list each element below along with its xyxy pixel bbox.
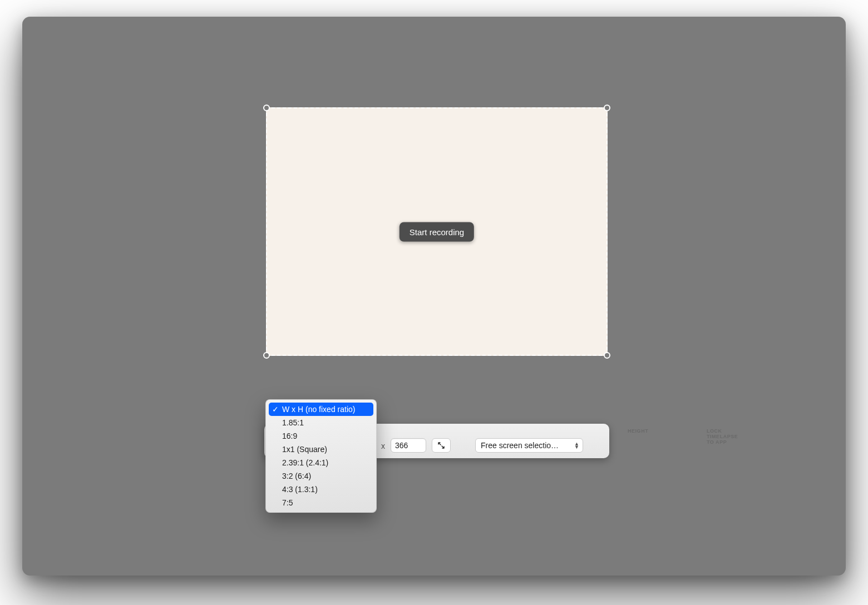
aspect-ratio-option[interactable]: 1x1 (Square) xyxy=(269,443,373,456)
resize-handle-tl[interactable] xyxy=(263,105,270,111)
dimension-separator: x xyxy=(381,442,385,453)
aspect-ratio-option[interactable]: 1.85:1 xyxy=(269,416,373,429)
lock-label: LOCK TIMELAPSE TO APP xyxy=(707,428,738,445)
aspect-ratio-option[interactable]: 16:9 xyxy=(269,429,373,443)
lock-app-select[interactable]: Free screen selectio… ▲▼ xyxy=(475,438,583,453)
capture-area[interactable]: Start recording xyxy=(266,107,608,356)
aspect-ratio-option[interactable]: 3:2 (6:4) xyxy=(269,469,373,483)
aspect-ratio-option[interactable]: 2.39:1 (2.4:1) xyxy=(269,456,373,469)
resize-handle-tr[interactable] xyxy=(604,105,610,111)
swap-arrows-icon xyxy=(437,441,446,450)
resize-handle-bl[interactable] xyxy=(263,352,270,359)
swap-dimensions-button[interactable] xyxy=(432,438,451,453)
lock-app-value: Free screen selectio… xyxy=(481,441,559,450)
aspect-ratio-option[interactable]: 7:5 xyxy=(269,496,373,509)
aspect-ratio-menu[interactable]: W x H (no fixed ratio)1.85:116:91x1 (Squ… xyxy=(265,399,377,513)
height-input[interactable] xyxy=(391,438,426,453)
app-window: Start recording HEIGHT LOCK TIMELAPSE TO… xyxy=(22,17,846,576)
stepper-icon: ▲▼ xyxy=(574,442,579,449)
height-label: HEIGHT xyxy=(628,428,648,434)
start-recording-button[interactable]: Start recording xyxy=(400,222,474,241)
aspect-ratio-option[interactable]: W x H (no fixed ratio) xyxy=(269,403,373,416)
aspect-ratio-option[interactable]: 4:3 (1.3:1) xyxy=(269,483,373,496)
resize-handle-br[interactable] xyxy=(604,352,610,359)
